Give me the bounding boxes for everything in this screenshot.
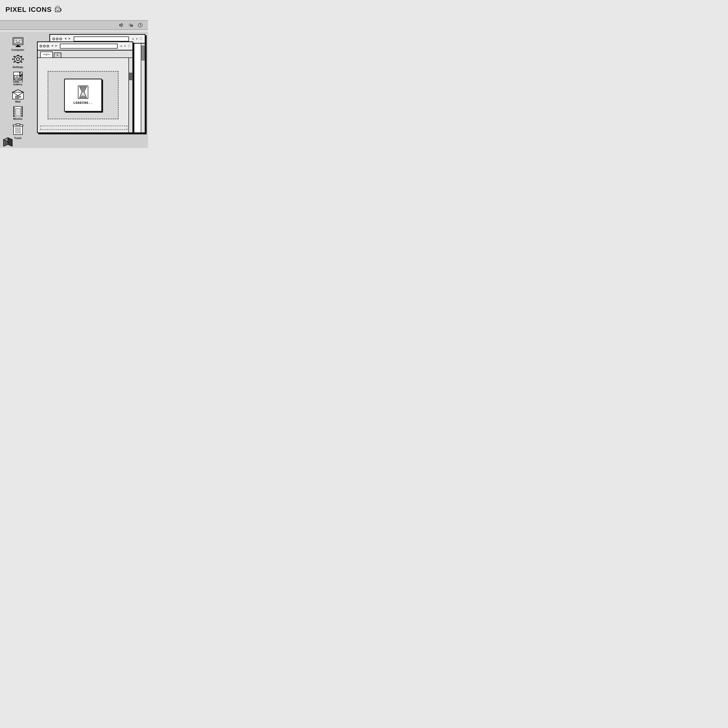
browser-front-toolbar: < > ◇ + ⁚⁚ (38, 42, 132, 50)
sidebar-item-settings[interactable]: Settings (0, 53, 36, 69)
browser-back-nav[interactable]: < > (65, 37, 70, 41)
cube-svg (3, 136, 13, 147)
svg-rect-55 (14, 113, 15, 115)
svg-rect-52 (14, 107, 15, 109)
svg-rect-53 (14, 109, 15, 110)
title-text: PIXEL ICONS (5, 6, 52, 14)
volume-icon[interactable] (119, 23, 124, 28)
cube-3d-icon (3, 136, 12, 145)
svg-rect-59 (21, 112, 23, 112)
svg-rect-24 (16, 43, 16, 43)
browser-front-right: ◇ + ⁚⁚ (121, 44, 130, 47)
fdot-3 (47, 45, 49, 47)
svg-rect-64 (16, 124, 20, 125)
sidebar-mail-label: Mail (15, 100, 20, 103)
back-scrollbar (141, 44, 145, 132)
svg-rect-30 (17, 55, 19, 56)
settings-icon (12, 54, 24, 65)
browser-back-url[interactable] (74, 37, 129, 41)
movies-icon (12, 106, 24, 117)
loading-dialog: LOADING.. (64, 79, 102, 112)
sidebar-item-movies[interactable]: Movies (0, 105, 36, 121)
weather-icon[interactable] (128, 23, 134, 28)
tab-label: ≈<{>≈ (43, 54, 50, 56)
back-scrollbar-thumb (142, 46, 144, 60)
main-area: Computer Settings (0, 32, 148, 148)
browser-back-right: ◇ + ⁚⁚ (132, 37, 142, 40)
browser-tabs: ≈<{>≈ + (38, 50, 132, 58)
svg-rect-57 (21, 107, 23, 109)
svg-rect-60 (21, 113, 23, 115)
svg-point-72 (81, 96, 86, 98)
sidebar-trash-label: Trash (14, 136, 21, 139)
svg-rect-0 (55, 8, 60, 12)
computer-icon (12, 37, 24, 48)
browser-window-front: < > ◇ + ⁚⁚ ≈<{>≈ + (37, 41, 133, 133)
svg-point-28 (15, 56, 21, 63)
loading-dashed-box: LOADING.. (47, 71, 118, 119)
svg-marker-76 (8, 138, 12, 147)
svg-rect-61 (21, 115, 23, 116)
page-title: PIXEL ICONS (5, 5, 63, 15)
browser-tab-new[interactable]: + (54, 52, 61, 57)
svg-line-18 (140, 25, 141, 26)
sidebar-item-mail[interactable]: Mail (0, 88, 36, 104)
svg-rect-22 (20, 40, 20, 41)
svg-rect-5 (56, 9, 57, 10)
fdot-2 (43, 45, 46, 47)
svg-point-29 (17, 58, 20, 61)
svg-rect-73 (83, 91, 84, 92)
svg-rect-31 (17, 62, 19, 63)
taskbar (0, 20, 148, 30)
sidebar-computer-label: Computer (12, 48, 24, 51)
pixel-cup-svg (54, 5, 63, 13)
browser-scrollbar[interactable] (128, 58, 132, 132)
svg-rect-62 (15, 109, 20, 115)
svg-rect-7 (57, 10, 59, 11)
sidebar-settings-label: Settings (12, 66, 23, 69)
svg-rect-33 (23, 58, 24, 60)
svg-rect-54 (14, 112, 15, 112)
svg-rect-34 (13, 56, 15, 57)
trash-icon (12, 123, 24, 136)
sidebar-gallery-label: Gallery (13, 83, 23, 86)
svg-rect-27 (16, 46, 20, 47)
svg-rect-25 (20, 43, 20, 43)
clock-icon[interactable] (138, 23, 143, 28)
svg-rect-21 (16, 40, 17, 41)
gallery-icon (12, 72, 24, 83)
fdot-1 (40, 45, 42, 47)
cup-icon (54, 5, 63, 15)
sidebar-item-computer[interactable]: Computer (0, 36, 36, 52)
svg-rect-23 (16, 42, 20, 43)
browser-area: < > ◇ + ⁚⁚ < > ◇ + ⁚⁚ (37, 34, 145, 133)
sidebar: Computer Settings (0, 32, 36, 148)
svg-rect-56 (14, 115, 15, 116)
svg-rect-32 (12, 58, 14, 60)
svg-point-43 (20, 76, 21, 77)
dot-3 (60, 38, 62, 40)
sidebar-movies-label: Movies (13, 117, 23, 120)
browser-content: LOADING.. (38, 58, 128, 132)
svg-rect-1 (60, 9, 61, 11)
browser-front-nav[interactable]: < > (52, 44, 57, 48)
svg-line-12 (131, 24, 131, 24)
sidebar-item-gallery[interactable]: Gallery (0, 70, 36, 87)
dot-2 (56, 38, 58, 40)
browser-front-url[interactable] (60, 44, 118, 49)
browser-status-bar (40, 125, 127, 130)
svg-rect-36 (13, 61, 15, 63)
hourglass-icon (77, 85, 89, 99)
svg-marker-9 (121, 23, 122, 27)
browser-tab-active[interactable]: ≈<{>≈ (40, 52, 53, 57)
svg-rect-6 (58, 9, 59, 10)
mail-icon (12, 89, 24, 99)
svg-rect-26 (17, 45, 19, 46)
svg-marker-46 (12, 90, 23, 99)
scrollbar-thumb[interactable] (129, 73, 132, 80)
svg-rect-58 (21, 109, 23, 110)
dot-1 (52, 38, 55, 40)
svg-rect-20 (14, 38, 22, 44)
tab-plus: + (57, 54, 58, 57)
browser-front-dots (40, 45, 49, 47)
